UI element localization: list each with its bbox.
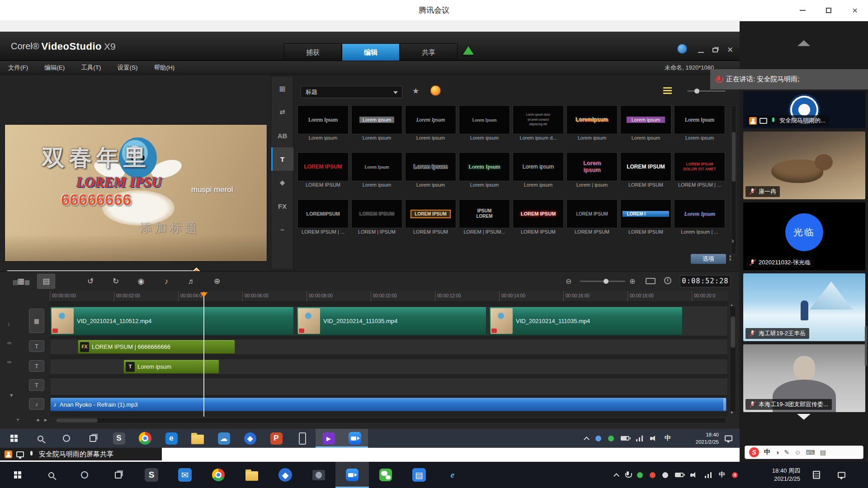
title-template-tile[interactable]: LOREM IPSUM LOREM | IPSUM	[351, 199, 402, 236]
pen-icon[interactable]: ✎	[784, 449, 789, 456]
menu-item[interactable]: 文件(F)	[0, 61, 36, 74]
scroll-down-icon[interactable]: ▾	[731, 410, 733, 415]
tray-icon-green[interactable]	[637, 462, 643, 488]
screen-share-indicator[interactable]: 安全院马明雨的屏幕共享	[0, 448, 162, 460]
link-track-icon[interactable]: ∞	[7, 358, 11, 365]
video-clip[interactable]: VID_20210214_111035.mp4	[297, 307, 486, 335]
scrollbar-thumb[interactable]	[731, 316, 735, 348]
volume-icon[interactable]	[690, 462, 698, 488]
app-restore-icon[interactable]	[712, 48, 718, 52]
tray-icon-green[interactable]	[608, 429, 614, 448]
title-clip[interactable]: T Lorem ipsum	[123, 360, 219, 374]
options-collapse-icon[interactable]: ∧∧	[729, 255, 732, 261]
app-minimize-icon[interactable]	[698, 52, 704, 53]
start-icon[interactable]	[1, 429, 27, 448]
timeline-timecode[interactable]: 0:08:52:28	[680, 275, 731, 287]
zoom-out-icon[interactable]: ⊖	[566, 277, 571, 286]
playhead-line[interactable]	[203, 292, 204, 417]
collapse-tracks-icon[interactable]: ▾	[10, 392, 13, 399]
title-template-tile[interactable]: Lorem Ipsum Lorem ipsum	[405, 152, 456, 189]
zoom-in-icon[interactable]: ⊕	[629, 277, 635, 286]
task-view-icon[interactable]	[80, 429, 106, 448]
title-template-tile[interactable]: LOREM IPSUM LOREM IPSUM	[566, 199, 618, 236]
shared-clock[interactable]: 18:40 2021/2/25	[696, 429, 719, 448]
track-manager-icon[interactable]: ▤	[13, 279, 18, 286]
auto-music-icon[interactable]: ♬	[183, 274, 201, 289]
participant-tile[interactable]: 康一冉	[743, 131, 865, 199]
title-track-2[interactable]: T Lorem ipsum	[50, 359, 728, 375]
media-icon[interactable]: ▦	[271, 77, 293, 100]
search-icon[interactable]	[27, 429, 53, 448]
redo-icon[interactable]: ↻	[107, 274, 125, 289]
ime-indicator[interactable]: 中	[665, 429, 671, 448]
timeline-zoom-slider[interactable]	[580, 281, 625, 282]
link-track-icon[interactable]: ∞	[7, 339, 11, 346]
ie-icon[interactable]: e	[436, 462, 469, 488]
music-track[interactable]: ♪ Anan Ryoko - Refrain (1).mp3	[50, 397, 728, 412]
timeline-hscrollbar[interactable]	[55, 418, 726, 423]
title-track-button[interactable]: T	[29, 379, 44, 391]
workspace-tab[interactable]: 编辑	[342, 43, 400, 61]
motion-path-icon[interactable]: ~	[271, 218, 293, 241]
sogou-logo-icon[interactable]: S	[749, 447, 759, 457]
participant-tile[interactable]: 本海工19-3团支部宣传委...	[743, 344, 865, 412]
record-capture-icon[interactable]: ◉	[132, 274, 150, 289]
network-icon[interactable]	[705, 462, 712, 488]
title-template-tile[interactable]: Lorem Ipsum Lorem ipsum	[459, 152, 510, 189]
fit-project-icon[interactable]: +	[16, 417, 19, 423]
chevron-up-icon[interactable]	[585, 429, 589, 448]
scroll-down-arrow-icon[interactable]	[797, 414, 811, 420]
ime-indicator[interactable]: 中	[719, 462, 725, 488]
timeline-view-icon[interactable]: ▤	[37, 274, 55, 289]
thumbnail-zoom-slider[interactable]	[687, 90, 726, 92]
close-button[interactable]: ×	[842, 0, 868, 21]
mic-tray-icon[interactable]	[625, 462, 630, 488]
title-template-tile[interactable]: Lorem ipsum Lorem ipsum	[351, 105, 402, 142]
title-track-3[interactable]	[50, 378, 728, 395]
scroll-right-icon[interactable]: ▸	[44, 417, 47, 423]
category-dropdown[interactable]: 标题	[301, 86, 402, 98]
title-template-tile[interactable]: Lorem Ipsum Lorem ipsum	[297, 105, 349, 142]
slider-handle[interactable]	[694, 89, 699, 94]
title-template-tile[interactable]: LOREM IPSUM LOREM IPSUM	[513, 199, 564, 236]
collapse-up-icon[interactable]	[797, 40, 810, 46]
playhead-marker[interactable]	[200, 292, 208, 297]
start-icon[interactable]	[1, 462, 34, 488]
battery-icon[interactable]	[675, 462, 684, 488]
action-center-icon[interactable]	[838, 472, 845, 478]
timeline-vscrollbar[interactable]	[730, 306, 736, 412]
folder-icon[interactable]	[235, 462, 269, 488]
slider-handle[interactable]	[604, 279, 609, 284]
swap-tracks-icon[interactable]: ↕	[7, 320, 10, 327]
chrome-icon[interactable]	[202, 462, 235, 488]
duration-clock-icon[interactable]	[664, 277, 671, 284]
meeting-icon[interactable]	[342, 429, 368, 448]
sogou-icon[interactable]: S	[135, 462, 168, 488]
purchase-globe-icon[interactable]	[677, 44, 687, 54]
tray-icon-blue[interactable]	[595, 429, 601, 448]
title-track-button[interactable]: T	[29, 360, 44, 372]
task-view-icon[interactable]	[101, 462, 135, 488]
video-clip[interactable]: VID_20210214_110512.mp4	[50, 307, 294, 335]
cortana-icon[interactable]	[68, 462, 101, 488]
participant-tile[interactable]: 海工研19-2王丰岳	[743, 273, 865, 341]
library-scrollbar[interactable]	[731, 105, 736, 254]
title-template-tile[interactable]: Lorem ipsum Lorem ipsum	[620, 105, 671, 142]
upgrade-arrow-icon[interactable]	[463, 46, 474, 55]
sogou-icon[interactable]: S	[106, 429, 132, 448]
track-add-icon[interactable]: ▦	[24, 279, 30, 286]
sidebar-scrollbar[interactable]	[865, 326, 867, 366]
volume-icon[interactable]	[650, 429, 658, 448]
search-icon[interactable]	[34, 462, 68, 488]
title-template-tile[interactable]: LoremIpsum Lorem ipsum	[566, 105, 618, 142]
toolbox-icon[interactable]: ▤	[820, 449, 826, 456]
videostudio-icon[interactable]: ▶	[316, 429, 342, 448]
title-template-tile[interactable]: Lorem Ipsum Lorem ipsum	[459, 105, 510, 142]
motion-track-icon[interactable]: ⊕	[208, 274, 226, 289]
title-template-tile[interactable]: Lorem ipsum Lorem ipsum	[513, 152, 564, 189]
participant-tile[interactable]: 光临 2020211032-张光临	[743, 202, 865, 270]
minimize-button[interactable]	[789, 0, 816, 21]
menu-item[interactable]: 编辑(E)	[36, 61, 73, 74]
scrollbar-thumb[interactable]	[56, 418, 98, 422]
halfwidth-icon[interactable]: ◑	[775, 449, 779, 456]
